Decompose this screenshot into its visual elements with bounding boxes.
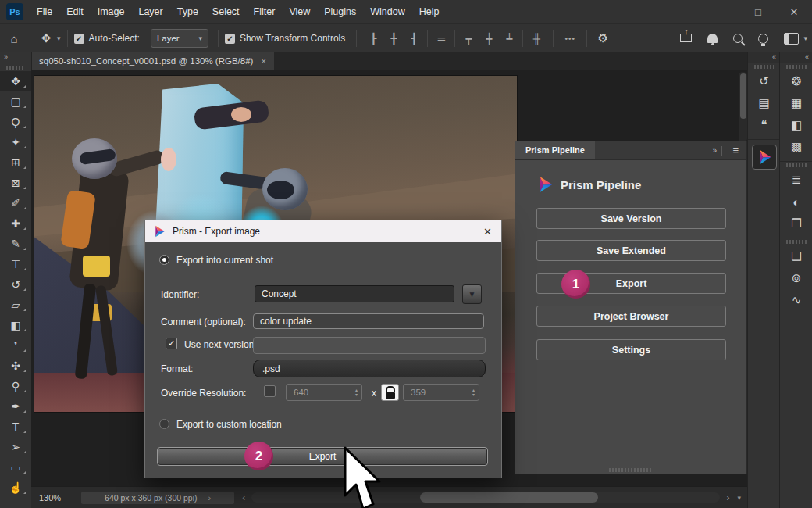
workspace-panel-icon[interactable]	[784, 33, 799, 45]
auto-select-target-dropdown[interactable]: Layer▾	[151, 29, 208, 48]
identifier-dropdown-button[interactable]: ▼	[462, 284, 482, 304]
chevron-down-icon[interactable]: ▾	[737, 494, 741, 502]
distribute-horizontal-icon[interactable]: ╫	[526, 33, 547, 45]
comment-input[interactable]	[253, 313, 484, 329]
menu-filter[interactable]: Filter	[247, 0, 283, 23]
rectangle-tool[interactable]: ▭	[0, 457, 31, 478]
dialog-title-bar[interactable]: Prism - Export image ✕	[145, 220, 501, 242]
vertical-scrollbar[interactable]	[739, 72, 747, 142]
save-version-button[interactable]: Save Version	[536, 208, 726, 229]
radio-custom-location[interactable]	[159, 419, 169, 429]
eraser-tool[interactable]: ▱	[0, 295, 31, 315]
zoom-level[interactable]: 130%	[39, 493, 61, 503]
align-top-edge-icon[interactable]: ═	[431, 33, 451, 45]
dialog-close-icon[interactable]: ✕	[483, 220, 492, 242]
rail-drag-handle[interactable]	[786, 240, 807, 244]
scroll-left-arrow-icon[interactable]: ‹	[242, 492, 245, 503]
identifier-input[interactable]	[255, 285, 454, 302]
menu-view[interactable]: View	[282, 0, 317, 23]
width-spinner[interactable]: 640 ▴▾	[286, 384, 362, 401]
menu-image[interactable]: Image	[91, 0, 132, 23]
horizontal-scrollbar-thumb[interactable]	[420, 492, 598, 503]
format-combo[interactable]: .psd	[253, 360, 486, 377]
align-right-icon[interactable]: ┨	[404, 33, 424, 45]
chevron-down-icon[interactable]: ▾	[57, 34, 61, 42]
toolbar-drag-handle[interactable]	[6, 66, 25, 70]
adjustments-panel-icon[interactable]: ≣	[780, 169, 812, 191]
healing-brush-tool[interactable]: ✚	[0, 213, 31, 234]
color-panel-icon[interactable]: ❂	[780, 70, 812, 92]
move-tool[interactable]: ✥	[0, 71, 31, 91]
scroll-right-arrow-icon[interactable]: ›	[726, 492, 729, 503]
styles-panel-icon[interactable]: ◐	[780, 191, 812, 213]
lasso-tool[interactable]: Ϙ	[0, 112, 31, 132]
gradient-tool[interactable]: ◧	[0, 315, 31, 335]
history-brush-tool[interactable]: ↺	[0, 274, 31, 295]
hand-tool[interactable]: ☝	[0, 478, 31, 498]
align-vertical-center-icon[interactable]: ┿	[479, 33, 499, 45]
history-icon[interactable]: ↺	[748, 70, 780, 92]
blur-tool[interactable]: ❜	[0, 335, 31, 356]
tab-prism-pipeline[interactable]: Prism Pipeline	[515, 141, 595, 159]
radio-current-shot[interactable]	[159, 255, 169, 265]
paths-panel-icon[interactable]: ∿	[780, 289, 812, 311]
magic-wand-tool[interactable]: ✦	[0, 132, 31, 152]
menu-window[interactable]: Window	[363, 0, 411, 23]
collapse-toolbar-icon[interactable]: »	[0, 52, 31, 64]
search-icon[interactable]	[733, 34, 743, 43]
gradients-panel-icon[interactable]: ◧	[780, 114, 812, 136]
save-extended-button[interactable]: Save Extended	[536, 240, 726, 261]
auto-select-checkbox[interactable]: ✓	[74, 34, 84, 44]
layers-panel-icon[interactable]: ❏	[780, 245, 812, 267]
marquee-tool[interactable]: ▢	[0, 91, 31, 112]
menu-type[interactable]: Type	[170, 0, 205, 23]
align-top-icon[interactable]: ┯	[458, 33, 479, 45]
comments-icon[interactable]: ❝	[748, 114, 780, 136]
close-tab-icon[interactable]: ×	[261, 56, 265, 66]
path-select-tool[interactable]: ➢	[0, 437, 31, 457]
frame-tool[interactable]: ⊠	[0, 173, 31, 193]
height-spinner[interactable]: 359 ▴▾	[403, 384, 479, 401]
patterns-panel-icon[interactable]: ▩	[780, 136, 812, 158]
more-options-icon[interactable]: •••	[560, 34, 580, 43]
prism-plugin-icon[interactable]	[752, 145, 777, 170]
libraries-icon[interactable]: ▤	[748, 92, 780, 114]
share-icon[interactable]: ↑	[680, 34, 692, 42]
menu-edit[interactable]: Edit	[59, 0, 91, 23]
chevron-down-icon[interactable]: ▾	[803, 34, 807, 42]
use-next-version-checkbox[interactable]: ✓	[166, 338, 177, 349]
type-tool[interactable]: T	[0, 417, 31, 437]
home-icon[interactable]: ⌂	[5, 32, 23, 45]
pen-tool[interactable]: ✒	[0, 396, 31, 417]
photoshop-logo[interactable]: Ps	[6, 3, 23, 20]
rail-drag-handle[interactable]	[754, 65, 774, 69]
align-bottom-icon[interactable]: ┷	[499, 33, 519, 45]
channels-panel-icon[interactable]: ⊚	[780, 267, 812, 289]
aspect-lock-icon[interactable]	[381, 384, 399, 401]
rail-drag-handle[interactable]	[786, 163, 807, 167]
align-horizontal-center-icon[interactable]: ╂	[383, 33, 404, 45]
menu-help[interactable]: Help	[412, 0, 447, 23]
project-browser-button[interactable]: Project Browser	[536, 306, 726, 327]
menu-layer[interactable]: Layer	[131, 0, 169, 23]
vertical-scrollbar-thumb[interactable]	[740, 73, 746, 119]
dodge-tool[interactable]: ⚲	[0, 376, 31, 396]
brush-tool[interactable]: ✎	[0, 234, 31, 254]
gear-icon[interactable]: ⚙	[593, 31, 612, 45]
rail-drag-handle[interactable]	[786, 65, 807, 69]
menu-plugins[interactable]: Plugins	[317, 0, 363, 23]
override-resolution-checkbox[interactable]	[264, 385, 276, 397]
maximize-button[interactable]: □	[740, 0, 776, 23]
minimize-button[interactable]: —	[704, 0, 740, 23]
swatches-panel-icon[interactable]: ▦	[780, 92, 812, 114]
clone-stamp-tool[interactable]: ⊤	[0, 254, 31, 274]
align-left-icon[interactable]: ┠	[363, 33, 383, 45]
menu-file[interactable]: File	[30, 0, 59, 23]
collapse-rail-icon[interactable]: «	[780, 52, 812, 63]
show-transform-checkbox[interactable]: ✓	[225, 34, 235, 44]
collapse-rail-icon[interactable]: «	[748, 52, 780, 63]
discover-lightbulb-icon[interactable]	[758, 34, 768, 44]
dialog-export-button[interactable]: Export	[157, 447, 488, 466]
panel-resize-handle[interactable]	[609, 468, 653, 472]
document-info[interactable]: 640 px x 360 px (300 ppi)›	[81, 492, 234, 504]
